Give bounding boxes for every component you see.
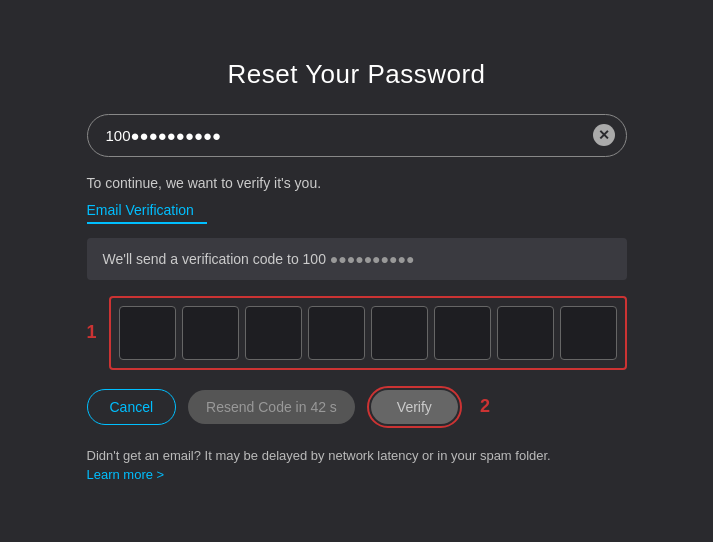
code-input-6[interactable] bbox=[434, 306, 491, 360]
code-input-2[interactable] bbox=[182, 306, 239, 360]
verify-button-wrapper: Verify bbox=[367, 386, 462, 428]
code-input-4[interactable] bbox=[308, 306, 365, 360]
send-code-info: We'll send a verification code to 100 ●●… bbox=[87, 238, 627, 280]
email-verification-tab[interactable]: Email Verification bbox=[87, 201, 627, 224]
main-container: Reset Your Password ✕ To continue, we wa… bbox=[47, 29, 667, 514]
buttons-row: Cancel Resend Code in 42 s Verify 2 bbox=[87, 386, 627, 428]
clear-button[interactable]: ✕ bbox=[593, 124, 615, 146]
annotation-1: 1 bbox=[87, 322, 97, 343]
code-inputs-wrapper bbox=[109, 296, 627, 370]
email-input-wrapper: ✕ bbox=[87, 114, 627, 157]
verify-text: To continue, we want to verify it's you. bbox=[87, 175, 627, 191]
email-input[interactable] bbox=[87, 114, 627, 157]
code-section: 1 bbox=[87, 296, 627, 370]
learn-more-link[interactable]: Learn more > bbox=[87, 467, 165, 482]
info-section: Didn't get an email? It may be delayed b… bbox=[87, 446, 627, 484]
tab-underline bbox=[87, 222, 207, 224]
code-input-1[interactable] bbox=[119, 306, 176, 360]
tab-label[interactable]: Email Verification bbox=[87, 202, 194, 218]
annotation-2: 2 bbox=[480, 396, 490, 417]
code-input-5[interactable] bbox=[371, 306, 428, 360]
verify-button[interactable]: Verify bbox=[371, 390, 458, 424]
page-title: Reset Your Password bbox=[87, 59, 627, 90]
code-input-3[interactable] bbox=[245, 306, 302, 360]
code-input-7[interactable] bbox=[497, 306, 554, 360]
cancel-button[interactable]: Cancel bbox=[87, 389, 177, 425]
resend-button[interactable]: Resend Code in 42 s bbox=[188, 390, 355, 424]
code-input-8[interactable] bbox=[560, 306, 617, 360]
info-text: Didn't get an email? It may be delayed b… bbox=[87, 446, 627, 466]
